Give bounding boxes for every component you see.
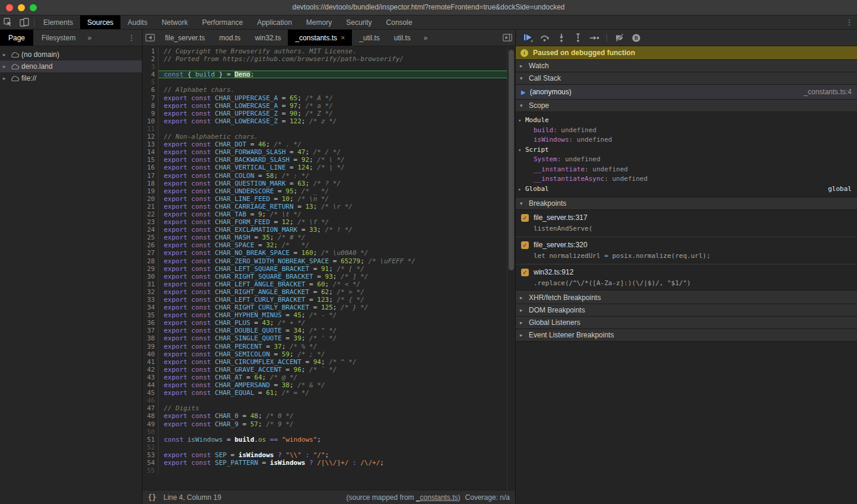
line-number[interactable]: 29 [142,265,158,273]
source-mapped-link[interactable]: _constants.ts [416,493,458,502]
navigator-tab-page[interactable]: Page [0,30,33,46]
line-number[interactable]: 36 [142,319,158,327]
section-header-xhr-fetch-breakpoints[interactable]: ▸XHR/fetch Breakpoints [516,292,857,304]
line-number[interactable]: 48 [142,412,158,420]
line-number[interactable]: 26 [142,241,158,249]
line-number[interactable]: 22 [142,210,158,218]
line-number[interactable]: 17 [142,172,158,180]
scope-section-global[interactable]: ▸Globalglobal [516,184,857,194]
breakpoint-checkbox-icon[interactable]: ✓ [521,269,529,276]
line-number[interactable]: 51 [142,436,158,444]
line-number[interactable]: 13 [142,141,158,148]
section-header-scope[interactable]: ▾Scope [516,100,857,112]
line-number[interactable]: 30 [142,273,158,280]
scope-section-module[interactable]: ▾Module [516,116,857,126]
navigator-overflow-chevron-icon[interactable]: » [84,34,95,42]
line-number[interactable]: 18 [142,180,158,187]
device-toolbar-icon[interactable] [16,15,32,29]
line-number[interactable]: 42 [142,366,158,374]
editor-scrollbar[interactable] [507,46,515,490]
line-number[interactable]: 21 [142,203,158,210]
scope-property[interactable]: __instantiate: undefined [516,165,857,175]
line-number[interactable]: 35 [142,311,158,319]
disclosure-triangle-icon[interactable]: ▸ [0,52,8,58]
tree-item-file[interactable]: ▸file:// [0,72,142,84]
breakpoint-entry[interactable]: ✓win32.ts:912.replace(/^\/*([A-Za-z]:)(\… [516,264,857,292]
deactivate-breakpoints-icon[interactable] [612,31,627,45]
scope-property[interactable]: __instantiateAsync: undefined [516,174,857,184]
line-number[interactable]: 2 [142,55,158,63]
tree-item-deno-land[interactable]: ▸deno.land [0,60,142,72]
resume-script-icon[interactable] [520,31,535,45]
section-header-watch[interactable]: ▸Watch [516,60,857,72]
panel-tab-elements[interactable]: Elements [36,15,80,29]
line-number[interactable]: 9 [142,110,158,117]
step-into-icon[interactable] [554,31,569,45]
file-tab-mod-ts[interactable]: mod.ts [212,30,247,46]
pause-on-exceptions-icon[interactable] [629,31,643,45]
line-number[interactable]: 27 [142,249,158,257]
line-number[interactable]: 20 [142,195,158,203]
pretty-print-button[interactable]: {} [148,493,156,502]
line-number[interactable]: 44 [142,381,158,389]
editor-scrollbar-thumb[interactable] [509,50,514,270]
line-number[interactable]: 34 [142,304,158,311]
tree-item-no-domain[interactable]: ▸(no domain) [0,49,142,60]
breakpoint-checkbox-icon[interactable]: ✓ [521,214,529,222]
step-out-icon[interactable] [570,31,585,45]
step-over-icon[interactable] [537,31,552,45]
panel-tab-memory[interactable]: Memory [299,15,339,29]
line-number[interactable]: 49 [142,420,158,428]
line-number[interactable]: 11 [142,125,158,133]
close-window-button[interactable] [6,4,13,11]
line-number[interactable]: 43 [142,374,158,381]
line-number[interactable]: 50 [142,428,158,436]
code-viewer[interactable]: 1// Copyright the Browserify authors. MI… [142,46,515,490]
line-number[interactable]: 47 [142,404,158,412]
line-number[interactable]: 19 [142,187,158,195]
line-number[interactable]: 54 [142,459,158,467]
file-tab-util-ts[interactable]: util.ts [387,30,418,46]
line-number[interactable]: 10 [142,117,158,125]
breakpoint-checkbox-icon[interactable]: ✓ [521,241,529,249]
line-number[interactable]: 23 [142,218,158,226]
line-number[interactable]: 32 [142,288,158,296]
line-number[interactable]: 33 [142,296,158,304]
minimize-window-button[interactable] [18,4,25,11]
scope-property[interactable]: isWindows: undefined [516,135,857,145]
line-number[interactable]: 37 [142,327,158,334]
section-header-breakpoints[interactable]: ▾Breakpoints [516,197,857,210]
file-tab-util-ts[interactable]: _util.ts [352,30,387,46]
panel-tab-sources[interactable]: Sources [80,15,120,29]
line-number[interactable]: 41 [142,358,158,366]
panel-tab-security[interactable]: Security [339,15,379,29]
maximize-window-button[interactable] [30,4,37,11]
file-tab-win32-ts[interactable]: win32.ts [247,30,288,46]
frame-location[interactable]: _constants.ts:4 [804,88,852,96]
line-number[interactable]: 52 [142,444,158,451]
line-number[interactable]: 53 [142,451,158,459]
scope-property[interactable]: build: undefined [516,126,857,136]
line-number[interactable]: 31 [142,280,158,288]
hide-navigator-panel-icon[interactable] [142,30,158,46]
section-header-call-stack[interactable]: ▾Call Stack [516,72,857,85]
line-number[interactable]: 55 [142,467,158,474]
section-header-event-listener-breakpoints[interactable]: ▸Event Listener Breakpoints [516,329,857,342]
navigator-menu-kebab-icon[interactable]: ⋮ [121,33,142,42]
line-number[interactable]: 24 [142,226,158,234]
panel-tab-performance[interactable]: Performance [195,15,250,29]
section-header-global-listeners[interactable]: ▸Global Listeners [516,317,857,329]
file-tab-constants-ts[interactable]: _constants.ts× [288,30,352,46]
line-number[interactable]: 8 [142,102,158,110]
panel-tab-console[interactable]: Console [379,15,420,29]
file-tab-file-server-ts[interactable]: file_server.ts [158,30,212,46]
line-number[interactable]: 28 [142,257,158,265]
inspect-element-icon[interactable] [0,15,16,29]
scope-property[interactable]: System: undefined [516,155,857,165]
breakpoint-entry[interactable]: ✓file_server.ts:320let normalizedUrl = p… [516,237,857,264]
scope-section-script[interactable]: ▾Script [516,145,857,155]
line-number[interactable]: 7 [142,94,158,102]
call-stack-frame[interactable]: ▶(anonymous)_constants.ts:4 [516,85,857,100]
line-number[interactable]: 1 [142,47,158,55]
show-debugger-panel-icon[interactable] [500,30,515,46]
